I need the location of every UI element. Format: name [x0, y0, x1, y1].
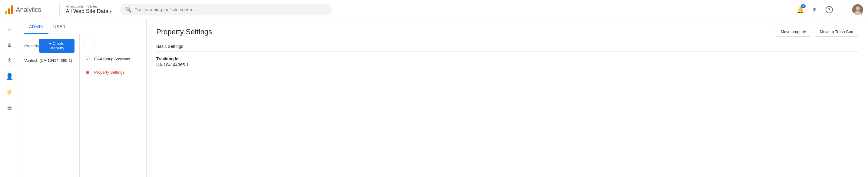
header: Analytics All accounts > Vantech All Web… [0, 0, 868, 20]
account-nav: All accounts > Vantech All Web Site Data… [66, 4, 112, 14]
page-header: Property Settings Move property Move to … [156, 27, 858, 37]
logo-bar-2 [8, 8, 10, 14]
apps-button[interactable]: ⊞ [809, 4, 821, 16]
search-input[interactable] [135, 7, 328, 12]
back-arrow-icon: ← [88, 40, 92, 46]
sidebar-icon-home[interactable]: ⌂ [2, 22, 17, 36]
move-property-button[interactable]: Move property [776, 27, 811, 37]
avatar[interactable] [852, 4, 863, 15]
clock-icon: ⏱ [7, 58, 12, 63]
logo-bar-1 [5, 11, 7, 14]
apps-icon: ⊞ [813, 7, 817, 12]
sidebar-icon-behavior[interactable]: ▤ [2, 100, 17, 115]
tracking-id-value: UA-104144365-1 [156, 62, 858, 67]
sidebar-icons: ⌂ ⊞ ⏱ 👤 ⚡ ▤ [0, 20, 20, 177]
view-selector-text: All Web Site Data [66, 8, 108, 14]
property-item[interactable]: Vantech (UA-104144365-1) [24, 56, 74, 64]
tab-admin[interactable]: ADMIN [24, 20, 49, 34]
admin-tabs: ADMIN USER [20, 20, 146, 34]
settings-icon: ▣ [85, 69, 91, 75]
help-icon: ? [826, 6, 833, 13]
nav-item-ga4-setup[interactable]: ☑ GA4 Setup Assistant [80, 52, 146, 65]
logo-icon [5, 5, 13, 14]
sidebar-nav: ← ☑ GA4 Setup Assistant ▣ Property Setti… [80, 34, 146, 177]
basic-settings-section: Basic Settings [156, 44, 858, 52]
property-label: Property [24, 43, 39, 48]
notification-badge: 3 [801, 4, 806, 8]
svg-point-1 [856, 6, 860, 10]
create-property-button[interactable]: + Create Property [39, 39, 74, 53]
chevron-down-icon: ▾ [110, 9, 112, 14]
nav-item-property-settings[interactable]: ▣ Property Settings [80, 65, 146, 79]
page-actions: Move property Move to Trash Can [776, 27, 858, 37]
checkbox-icon: ☑ [85, 56, 91, 62]
sidebar-icon-audience[interactable]: 👤 [2, 69, 17, 84]
sidebar-icon-acquisition[interactable]: ⚡ [2, 85, 17, 99]
content-area: ADMIN USER Property + Create Property Va… [20, 20, 868, 177]
tracking-id-field: Tracking Id UA-104144365-1 [156, 56, 858, 67]
avatar-image [852, 4, 863, 15]
more-icon: ⋮ [841, 6, 847, 13]
tab-user[interactable]: USER [49, 20, 70, 34]
home-icon: ⌂ [7, 26, 11, 33]
tracking-id-label: Tracking Id [156, 56, 858, 61]
nav-item-property-settings-label: Property Settings [94, 70, 124, 75]
app-title: Analytics [16, 6, 41, 13]
admin-columns: Property + Create Property Vantech (UA-1… [20, 34, 146, 177]
search-icon: 🔍 [125, 6, 132, 13]
main-layout: ⌂ ⊞ ⏱ 👤 ⚡ ▤ ADMIN USER [0, 20, 868, 177]
notification-button[interactable]: 🔔 3 [794, 4, 806, 16]
more-options-button[interactable]: ⋮ [838, 4, 850, 16]
logo-bar-3 [11, 5, 13, 14]
move-to-trash-button[interactable]: Move to Trash Can [815, 27, 858, 37]
main-content: Property Settings Move property Move to … [147, 20, 868, 177]
person-icon: 👤 [6, 73, 13, 80]
reports-icon: ⊞ [7, 42, 11, 48]
admin-panel: ADMIN USER Property + Create Property Va… [20, 20, 147, 177]
search-wrapper: 🔍 [120, 4, 332, 16]
table-icon: ▤ [7, 105, 12, 111]
page-title: Property Settings [156, 28, 212, 36]
nav-item-ga4-label: GA4 Setup Assistant [94, 57, 130, 61]
header-actions: 🔔 3 ⊞ ? ⋮ [794, 4, 863, 16]
search-bar: 🔍 [120, 4, 332, 16]
lightning-icon: ⚡ [6, 88, 13, 96]
back-button[interactable]: ← [85, 37, 95, 49]
property-column-header: Property + Create Property [24, 39, 74, 53]
sidebar-icon-reports[interactable]: ⊞ [2, 37, 17, 52]
logo-area: Analytics [5, 5, 53, 14]
sidebar-icon-realtime[interactable]: ⏱ [2, 53, 17, 68]
view-selector[interactable]: All Web Site Data ▾ [66, 8, 112, 14]
user-avatar-svg [852, 4, 863, 15]
header-divider [59, 4, 60, 16]
help-button[interactable]: ? [823, 4, 835, 16]
breadcrumb: All accounts > Vantech [66, 4, 112, 8]
property-column: Property + Create Property Vantech (UA-1… [20, 34, 80, 177]
